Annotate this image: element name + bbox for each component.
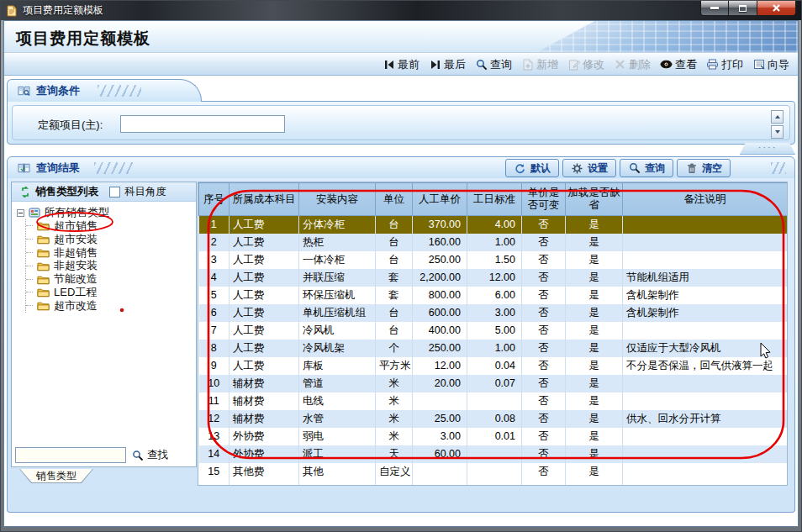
- folder-icon: [37, 233, 50, 245]
- window-title: 项目费用定额模板: [23, 3, 103, 18]
- table-cell: 1.00: [467, 340, 522, 357]
- column-header[interactable]: 序号: [199, 183, 230, 216]
- collapse-handle[interactable]: ····: [740, 143, 795, 155]
- tree-item-7[interactable]: 超市改造: [26, 299, 196, 313]
- table-cell: 1.00: [467, 234, 522, 251]
- table-row[interactable]: 7人工费冷风机台400.005.00否是: [199, 322, 788, 340]
- search-button[interactable]: 查询: [620, 159, 673, 177]
- tree-item-2[interactable]: 超市安装: [26, 233, 196, 246]
- table-row[interactable]: 5人工费环保压缩机套800.006.00否是含机架制作: [199, 287, 788, 304]
- column-header[interactable]: 备注说明: [623, 183, 788, 216]
- tree-item-label: 超市改造: [54, 298, 98, 313]
- table-row[interactable]: 10辅材费管道米20.000.07否是: [199, 375, 788, 392]
- toolbar-button-print[interactable]: 打印: [706, 57, 743, 72]
- table-row[interactable]: 12辅材费水管米25.000.08否是供水、回水分开计算: [199, 410, 788, 428]
- tree-item-5[interactable]: 节能改造: [26, 272, 196, 286]
- table-cell: 3.00: [467, 304, 522, 322]
- toolbar-button-search[interactable]: 查询: [475, 57, 512, 72]
- find-button[interactable]: 查找: [131, 448, 168, 462]
- tree-item-1[interactable]: 超市销售: [26, 219, 196, 233]
- table-cell: 0.04: [467, 357, 522, 375]
- edit-icon: [567, 58, 580, 71]
- table-row[interactable]: 13外协费弱电米3.000.01否是: [199, 428, 788, 445]
- table-cell: 1: [199, 216, 230, 234]
- quota-project-input[interactable]: [120, 115, 285, 133]
- table-cell: 电线: [299, 392, 376, 410]
- table-cell: 辅材费: [230, 410, 299, 428]
- tree-search-input[interactable]: [15, 447, 126, 463]
- toolbar-button-view[interactable]: 查看: [660, 57, 697, 72]
- maximize-icon: [739, 5, 747, 12]
- table-cell: 米: [376, 428, 413, 445]
- settings-button[interactable]: 设置: [562, 159, 616, 177]
- find-icon: [131, 449, 144, 461]
- quota-table: 序号所属成本科目安装内容单位人工单价工日标准单价是否可变加载是否缺省备注说明1人…: [198, 182, 788, 485]
- minimize-button[interactable]: [700, 1, 729, 16]
- table-row[interactable]: 15其他费其他自定义否是: [199, 463, 788, 481]
- table-row[interactable]: 1人工费分体冷柜台370.004.00否是: [199, 216, 788, 234]
- table-row[interactable]: 6人工费单机压缩机组台600.003.00否是含机架制作: [199, 304, 788, 322]
- query-conditions-tab[interactable]: 查询条件: [7, 79, 202, 102]
- minimize-icon: [710, 7, 719, 9]
- tree-root[interactable]: 所有销售类型: [17, 206, 196, 219]
- table-cell: 是: [566, 304, 623, 322]
- column-header[interactable]: 加载是否缺省: [566, 183, 623, 216]
- table-cell: 否: [522, 357, 566, 375]
- table-cell: 一体冷柜: [299, 251, 376, 269]
- table-cell: [623, 216, 788, 234]
- tab-sales-type[interactable]: 销售类型: [19, 469, 93, 483]
- table-filler-row: [199, 481, 788, 485]
- close-button[interactable]: [757, 1, 796, 16]
- tab-sales-type-label: 销售类型: [36, 469, 77, 483]
- column-header[interactable]: 单位: [376, 183, 413, 216]
- table-cell: 否: [522, 251, 566, 269]
- wizard-icon: [752, 58, 765, 71]
- table-cell: 1.50: [467, 251, 522, 269]
- table-row[interactable]: 8人工费冷风机架个250.001.00否是仅适应于大型冷风机: [199, 340, 788, 357]
- table-row[interactable]: 2人工费热柜台160.001.00否是: [199, 234, 788, 251]
- tree-item-3[interactable]: 非超销售: [26, 246, 196, 260]
- table-cell: 人工费: [230, 287, 299, 304]
- table-cell: 0.01: [467, 428, 522, 445]
- toolbar-button-last[interactable]: 最后: [429, 57, 466, 72]
- maximize-button[interactable]: [729, 1, 757, 16]
- table-cell: 自定义: [376, 463, 413, 481]
- column-header[interactable]: 工日标准: [467, 183, 522, 216]
- titlebar[interactable]: 项目费用定额模板: [1, 1, 801, 20]
- tree-item-6[interactable]: LED工程: [26, 286, 196, 299]
- find-label: 查找: [147, 448, 168, 462]
- table-cell: 3: [199, 251, 230, 269]
- table-cell: 台: [376, 216, 413, 234]
- tree-collapse-icon[interactable]: [17, 209, 24, 217]
- table-row[interactable]: 14外协费派工天60.00否是: [199, 445, 788, 463]
- column-header[interactable]: 单价是否可变: [522, 183, 566, 216]
- search-icon: [475, 58, 488, 71]
- table-cell: 6.00: [467, 287, 522, 304]
- clear-button[interactable]: 清空: [677, 159, 731, 177]
- table-row[interactable]: 4人工费并联压缩套2,200.0012.00否是节能机组适用: [199, 269, 788, 287]
- table-row[interactable]: 11辅材费电线米否是: [199, 392, 788, 410]
- table-row[interactable]: 3人工费一体冷柜台250.001.50否是: [199, 251, 788, 269]
- toolbar-button-label: 向导: [768, 57, 789, 72]
- folder-icon: [37, 246, 50, 259]
- column-header[interactable]: 安装内容: [299, 183, 376, 216]
- table-cell: 否: [522, 428, 566, 445]
- column-header[interactable]: 人工单价: [413, 183, 467, 216]
- toolbar-button-wizard[interactable]: 向导: [752, 57, 789, 72]
- default-button[interactable]: 默认: [505, 159, 559, 177]
- spinner-down-button[interactable]: [771, 125, 784, 139]
- table-cell: 冷风机架: [299, 340, 376, 357]
- toolbar-button-first[interactable]: 最前: [383, 57, 419, 72]
- spinner-up-button[interactable]: [771, 110, 784, 124]
- table-row[interactable]: 9人工费库板平方米12.000.04否是不分是否保温，回气供液算一起: [199, 357, 788, 375]
- column-header[interactable]: 所属成本科目: [230, 183, 299, 216]
- table-cell: 15: [199, 463, 230, 481]
- refresh-icon[interactable]: [18, 186, 31, 198]
- tree-item-4[interactable]: 非超安装: [26, 259, 196, 272]
- table-cell: 含机架制作: [623, 304, 788, 322]
- table-cell: 是: [566, 357, 623, 375]
- table-cell: 单机压缩机组: [299, 304, 376, 322]
- toolbar-button-label: 查看: [675, 57, 697, 72]
- subject-angle-checkbox[interactable]: [109, 187, 120, 198]
- table-cell: 3.00: [413, 428, 467, 445]
